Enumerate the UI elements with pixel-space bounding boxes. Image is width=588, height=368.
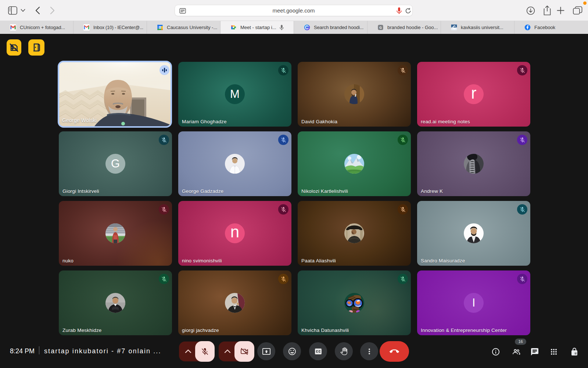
svg-text:G: G xyxy=(379,26,382,29)
svg-text:31: 31 xyxy=(159,26,162,29)
